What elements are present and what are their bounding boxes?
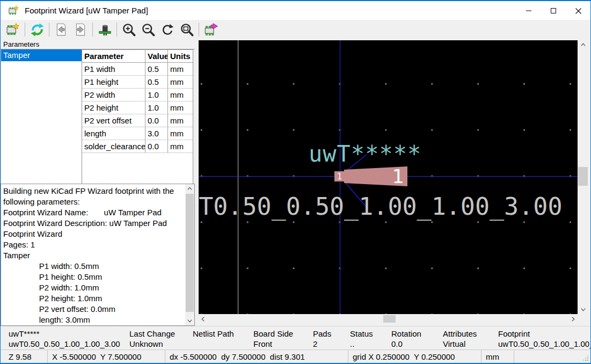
reference-text[interactable]: uwT*****	[309, 141, 421, 167]
status-field-value: Unknown	[129, 339, 193, 349]
parameter-table-header-row: Parameter Value Units	[82, 50, 193, 63]
resize-grip[interactable]	[582, 355, 589, 362]
regenerate-footprint-button[interactable]	[27, 21, 47, 38]
parameter-name-cell: P1 height	[82, 76, 145, 89]
scroll-up-icon[interactable]	[578, 40, 588, 49]
refresh-icon	[30, 23, 45, 37]
parameter-name-cell: P2 height	[82, 101, 145, 114]
status-field-value: ..	[350, 339, 391, 349]
parameter-name-cell: P2 vert offset	[82, 114, 145, 127]
coordinate-status-bar: Z 9.58X -5.500000 Y 7.500000dx -5.500000…	[1, 350, 591, 363]
parameter-value-cell[interactable]: 0.5	[145, 63, 168, 76]
toolbar-separator	[116, 23, 117, 37]
zoom-fit-button[interactable]	[177, 21, 196, 38]
parameter-units-cell: mm	[168, 101, 193, 114]
page-list-item-tamper[interactable]: Tamper	[1, 49, 82, 61]
status-field: Netlist Path	[193, 326, 253, 350]
close-button[interactable]	[566, 1, 590, 20]
column-header-value[interactable]: Value	[145, 50, 168, 63]
status-field-value: uwT0.50_0.50_1.00_1.00_3.00	[9, 339, 129, 349]
previous-page-button[interactable]	[52, 21, 71, 38]
parameter-value-cell[interactable]: 0.5	[145, 76, 168, 89]
column-header-parameter[interactable]: Parameter	[82, 50, 145, 63]
parameter-value-cell[interactable]: 0.0	[145, 140, 168, 153]
parameter-table-row[interactable]: solder_clearance 0.0 mm	[82, 140, 193, 153]
status-field-label: Status	[350, 329, 391, 339]
parameter-table-row[interactable]: P1 height 0.5 mm	[82, 76, 193, 89]
close-icon	[575, 8, 582, 14]
parameter-value-cell[interactable]: 0.0	[145, 114, 168, 127]
parameter-units-cell: mm	[168, 127, 193, 140]
status-field: Rotation 0.0	[391, 326, 443, 350]
component-pad-icon	[98, 23, 112, 37]
parameter-table-row[interactable]: P1 width 0.5 mm	[82, 63, 193, 76]
status-field-label: Pads	[313, 329, 350, 339]
minimize-button[interactable]	[516, 1, 541, 20]
coordinate-status-cell: X -5.500000 Y 7.500000	[48, 350, 165, 363]
toolbar-separator	[199, 23, 199, 37]
status-field: Board Side Front	[253, 326, 313, 350]
app-footprint-wizard-icon	[8, 5, 19, 17]
coordinate-status-cell: dx -5.500000 dy 7.500000 dist 9.301	[165, 350, 348, 363]
show-pads-button[interactable]	[95, 21, 114, 38]
zoom-in-button[interactable]	[119, 21, 138, 38]
scroll-right-icon[interactable]	[568, 315, 578, 323]
message-line: Footprint Wizard	[3, 229, 184, 239]
scrollbar-thumb[interactable]	[578, 167, 588, 186]
scroll-left-icon[interactable]	[199, 315, 208, 323]
zoom-in-icon	[122, 23, 136, 37]
status-field-label: Board Side	[253, 329, 313, 339]
export-footprint-icon	[204, 23, 218, 37]
parameter-value-cell[interactable]: 1.0	[145, 89, 168, 101]
scroll-down-icon[interactable]	[578, 305, 588, 314]
status-field-value: Front	[253, 339, 313, 349]
minimize-icon	[526, 8, 532, 14]
message-line: Footprint Wizard Name: uW Tamper Pad	[3, 207, 184, 218]
column-header-units[interactable]: Units	[168, 50, 193, 63]
parameter-units-cell: mm	[168, 140, 193, 153]
footprint-status-bar: uwT***** uwT0.50_0.50_1.00_1.00_3.00 Las…	[1, 326, 591, 350]
status-field: Last Change Unknown	[129, 326, 193, 350]
previous-page-icon	[54, 23, 68, 37]
redraw-icon	[160, 23, 175, 37]
parameter-value-cell[interactable]: 3.0	[145, 127, 168, 140]
export-footprint-button[interactable]	[201, 21, 221, 38]
scrollbar-thumb[interactable]	[383, 315, 396, 323]
scrollbar-thumb[interactable]	[186, 194, 194, 312]
status-field: uwT***** uwT0.50_0.50_1.00_1.00_3.00	[9, 326, 129, 350]
next-page-button[interactable]	[71, 21, 90, 38]
parameter-table-row[interactable]: length 3.0 mm	[82, 127, 193, 140]
maximize-button[interactable]	[541, 1, 566, 20]
message-line: P1 height: 0.5mm	[3, 272, 184, 282]
parameter-units-cell: mm	[168, 76, 193, 89]
redraw-view-button[interactable]	[158, 21, 177, 38]
footprint-preview-canvas[interactable]: uwT***** uwT0.50_0.50_1.00_1.00_3.00 1 1	[199, 40, 578, 314]
canvas-horizontal-scrollbar[interactable]	[199, 315, 578, 323]
parameter-name-cell: length	[82, 127, 145, 140]
new-footprint-wizard-button[interactable]	[3, 21, 23, 38]
message-line: P2 width: 1.0mm	[3, 282, 184, 293]
parameter-table-row[interactable]: P2 width 1.0 mm	[82, 89, 193, 101]
status-field-label: Rotation	[391, 329, 443, 339]
value-text[interactable]: uwT0.50_0.50_1.00_1.00_3.00	[199, 192, 563, 221]
parameter-units-cell: mm	[168, 114, 193, 127]
message-line: P1 width: 0.5mm	[3, 261, 184, 272]
zoom-out-button[interactable]	[138, 21, 158, 38]
parameter-name-cell: P1 width	[82, 63, 145, 76]
scroll-up-icon[interactable]	[185, 184, 194, 193]
message-panel: Building new KiCad FP Wizard footprint w…	[1, 184, 195, 326]
status-field-label: Netlist Path	[193, 329, 253, 339]
pad-2-number: 1	[386, 165, 409, 187]
message-panel-scrollbar[interactable]	[185, 184, 194, 325]
parameter-table-row[interactable]: P2 height 1.0 mm	[82, 101, 193, 114]
message-line: Footprint Wizard Description: uW Tamper …	[3, 218, 184, 229]
next-page-icon	[74, 23, 87, 37]
window-title: Footprint Wizard [uW Tamper Pad]	[25, 6, 148, 15]
parameter-name-cell: solder_clearance	[82, 140, 145, 153]
scroll-down-icon[interactable]	[185, 316, 194, 325]
wizard-page-list: Tamper	[1, 49, 82, 184]
parameter-table-row[interactable]: P2 vert offset 0.0 mm	[82, 114, 193, 127]
coordinate-status-cell: Z 9.58	[1, 350, 48, 363]
canvas-vertical-scrollbar[interactable]	[578, 40, 588, 314]
parameter-value-cell[interactable]: 1.0	[145, 101, 168, 114]
